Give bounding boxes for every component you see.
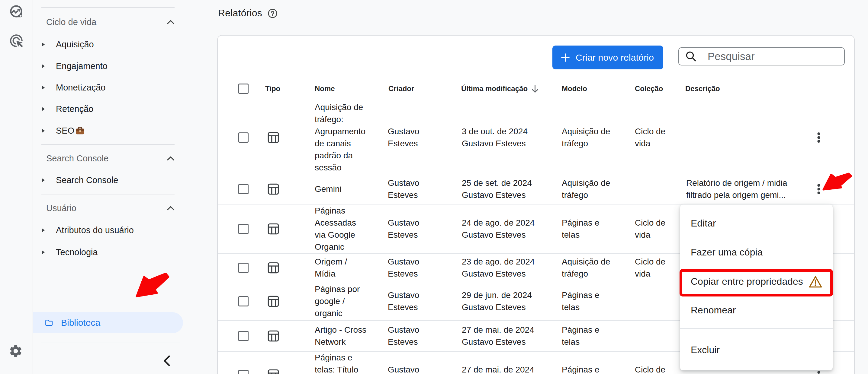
sidebar-item-aquisicao[interactable]: Aquisição [33,33,183,55]
report-template: Aquisição de tráfego [562,101,625,174]
report-type-icon [268,282,279,320]
section-ciclo-de-vida[interactable]: Ciclo de vida [33,11,183,33]
menu-item-renomear[interactable]: Renomear [680,296,833,325]
report-template: Páginas e telas [562,204,625,253]
report-type-icon [268,174,279,204]
report-collection: Ciclo de vida [635,101,680,174]
report-modified: 23 de ago. de 2024 Gustavo Esteves [462,254,555,282]
sidebar-item-biblioteca[interactable]: Biblioteca [33,312,183,333]
sidebar-item-search-console[interactable]: Search Console [33,169,183,191]
report-type-icon [268,204,279,253]
report-name[interactable]: Aquisição de tráfego: Agrupamento de can… [315,101,384,174]
checkbox-icon[interactable] [238,132,249,143]
report-creator: Gustavo Esteves [388,204,457,253]
expand-triangle-icon[interactable] [42,178,45,182]
expand-triangle-icon[interactable] [42,86,45,90]
section-search-console[interactable]: Search Console [33,147,183,169]
row-checkbox[interactable] [238,204,249,253]
chevron-left-icon [161,355,173,367]
report-creator: Gustavo Esteves [388,101,457,174]
report-name[interactable]: Páginas Acessadas via Google Organic [315,204,384,253]
report-name[interactable]: Gemini [315,174,384,204]
column-header-modificacao[interactable]: Última modificação [461,81,539,96]
sidebar-item-retencao[interactable]: Retenção [33,98,183,120]
expand-triangle-icon[interactable] [42,228,45,233]
report-modified: 29 de jun. de 2024 Gustavo Esteves [462,282,555,320]
expand-triangle-icon[interactable] [42,129,45,133]
kebab-icon [817,370,820,374]
report-type-icon [268,101,279,174]
row-checkbox[interactable] [238,254,249,282]
section-title: Ciclo de vida [46,17,96,27]
report-template: Páginas e telas [562,321,625,351]
sidebar-item-seo[interactable]: SEO [33,120,183,141]
nav-drawer: Ciclo de vida Aquisição Engajamento Mone… [33,0,183,374]
report-name[interactable]: Artigo - Cross Network [315,321,384,351]
kebab-icon [817,183,820,195]
checkbox-icon[interactable] [238,331,249,341]
report-collection: Ciclo de vida [635,254,680,282]
checkbox-icon[interactable] [238,263,249,273]
report-collection: Ciclo de vida [635,204,680,253]
explore-nav-icon[interactable] [9,33,22,46]
divider [41,144,175,145]
checkbox-icon[interactable] [238,184,249,194]
chevron-up-icon[interactable] [167,20,175,25]
expand-triangle-icon[interactable] [42,107,45,111]
row-checkbox[interactable] [238,101,249,174]
settings-gear-icon[interactable] [8,344,23,358]
folder-icon [45,318,53,327]
menu-item-editar[interactable]: Editar [680,209,833,238]
sidebar-item-monetizacao[interactable]: Monetização [33,77,183,98]
menu-item-fazer-uma-copia[interactable]: Fazer uma cópia [680,238,833,267]
menu-item-excluir[interactable]: Excluir [680,335,833,364]
section-title: Search Console [46,154,108,164]
report-modified: 27 de mai. de 2024 Gustavo Esteves [462,321,555,351]
divider [41,343,180,343]
report-type-icon [268,321,279,351]
menu-divider [680,328,833,329]
checkbox-icon[interactable] [238,296,249,306]
section-usuario[interactable]: Usuário [33,197,183,219]
kebab-icon [817,132,820,143]
column-header-colecao[interactable]: Coleção [635,81,663,96]
report-type-icon [268,254,279,282]
row-checkbox[interactable] [238,282,249,320]
collapse-drawer-button[interactable] [161,355,173,367]
column-header-modelo[interactable]: Modelo [562,81,587,96]
chevron-up-icon[interactable] [167,156,175,161]
row-checkbox[interactable] [238,352,249,374]
chevron-up-icon[interactable] [167,206,175,210]
report-modified: 3 de out. de 2024 Gustavo Esteves [462,101,555,174]
checkbox-icon[interactable] [238,224,249,234]
report-name[interactable]: Páginas por google / organic [315,282,384,320]
row-checkbox[interactable] [238,321,249,351]
sidebar-item-label: Biblioteca [33,317,100,328]
sidebar-item-atributos[interactable]: Atributos do usuário [33,219,183,241]
column-header-descricao[interactable]: Descrição [685,81,720,96]
column-header-criador[interactable]: Criador [389,81,414,96]
row-menu-button[interactable] [813,174,824,204]
table-row[interactable]: Aquisição de tráfego: Agrupamento de can… [218,101,854,174]
sort-desc-arrow-icon [531,84,539,93]
row-menu-button[interactable] [813,101,824,174]
help-icon[interactable] [268,9,277,18]
checkbox-icon[interactable] [238,370,249,374]
report-type-icon [268,352,279,374]
row-checkbox[interactable] [238,174,249,204]
report-name[interactable]: Páginas e telas: Título [315,352,384,374]
report-name[interactable]: Origem / Mídia [315,254,384,282]
column-header-tipo[interactable]: Tipo [265,81,280,96]
expand-triangle-icon[interactable] [42,64,45,68]
expand-triangle-icon[interactable] [42,42,45,47]
sidebar-item-tecnologia[interactable]: Tecnologia [33,241,183,263]
expand-triangle-icon[interactable] [42,250,45,254]
sidebar-item-engajamento[interactable]: Engajamento [33,55,183,77]
report-description: Relatório de origem / midia filtrado pel… [686,174,807,204]
reports-nav-icon[interactable] [10,5,22,18]
checkbox-icon[interactable] [238,83,249,94]
divider [41,195,175,195]
table-row[interactable]: Gemini Gustavo Esteves 25 de set. de 202… [218,174,854,204]
select-all-checkbox[interactable] [238,83,249,94]
column-header-nome[interactable]: Nome [315,81,335,96]
